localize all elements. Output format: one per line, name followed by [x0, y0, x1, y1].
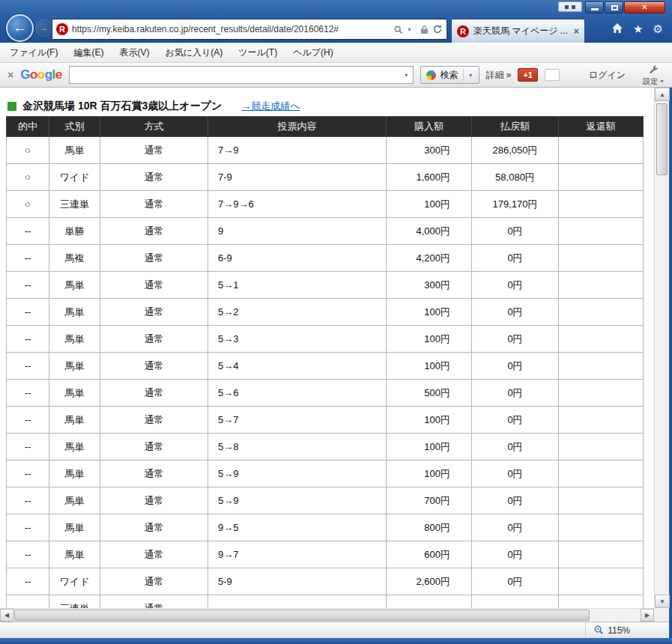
cell-bet-type: 馬単	[49, 299, 100, 326]
cell-payout-amount: 0円	[472, 245, 559, 272]
search-icon[interactable]	[393, 25, 403, 34]
cell-bet-type: 馬単	[49, 380, 100, 407]
google-orb-icon	[426, 70, 436, 80]
scroll-up-button[interactable]: ▲	[655, 88, 670, 101]
table-row: -- 三連単 通常	[7, 595, 644, 609]
cell-refund-amount	[559, 595, 644, 609]
menu-favorites[interactable]: お気に入り(A)	[165, 46, 223, 59]
cell-payout-amount	[472, 595, 559, 609]
cell-hit-mark: ○	[7, 137, 49, 164]
cell-bet-type: 単勝	[49, 218, 100, 245]
plus-one-count-bubble[interactable]	[545, 69, 560, 81]
titlebar-extra-button[interactable]	[558, 1, 582, 12]
zoom-level: 115%	[608, 625, 630, 636]
cell-selection: 7-9	[208, 164, 387, 191]
cell-method: 通常	[100, 487, 208, 514]
cell-selection: 5→7	[208, 407, 387, 434]
cell-purchase-amount: 100円	[387, 407, 472, 434]
cell-purchase-amount: 4,200円	[387, 245, 472, 272]
cell-bet-type: 馬単	[49, 407, 100, 434]
cell-purchase-amount: 500円	[387, 380, 472, 407]
toolbar-login-button[interactable]: ログイン	[589, 69, 626, 82]
settings-caret-icon: ▼	[659, 79, 665, 84]
cell-payout-amount: 0円	[472, 299, 559, 326]
vertical-scrollbar[interactable]: ▲ ▼	[654, 88, 669, 608]
maximize-button[interactable]	[605, 1, 623, 13]
window-frame-bottom	[0, 638, 672, 644]
home-icon[interactable]	[611, 22, 623, 35]
back-button[interactable]: ←	[6, 14, 34, 42]
table-row: ○ 三連単 通常 7→9→6 100円 179,170円	[7, 191, 644, 218]
header-selection: 投票内容	[208, 117, 387, 137]
cell-method: 通常	[100, 514, 208, 541]
menu-tools[interactable]: ツール(T)	[238, 46, 277, 59]
toolbar-search-input[interactable]	[73, 70, 404, 80]
cell-selection: 7→9→6	[208, 191, 387, 218]
scroll-down-button[interactable]: ▼	[655, 595, 670, 608]
menu-file[interactable]: ファイル(F)	[10, 46, 58, 59]
cell-selection: 9→7	[208, 541, 387, 568]
menu-view[interactable]: 表示(V)	[119, 46, 149, 59]
status-bar: 115%	[0, 622, 669, 638]
cell-purchase-amount: 4,000円	[387, 218, 472, 245]
minimize-icon	[591, 8, 599, 10]
menu-help[interactable]: ヘルプ(H)	[293, 46, 333, 59]
button-separator	[463, 69, 464, 81]
plus-one-button[interactable]: +1	[518, 68, 538, 82]
cell-selection: 5→6	[208, 380, 387, 407]
tab-favicon: R	[457, 25, 469, 37]
cell-selection: 9	[208, 218, 387, 245]
toolbar-search-button[interactable]: 検索 ▼	[420, 66, 479, 84]
cell-method: 通常	[100, 164, 208, 191]
race-results-link[interactable]: →競走成績へ	[241, 100, 300, 113]
url-input[interactable]	[72, 24, 390, 34]
toolbar-settings-button[interactable]: 設定 ▼	[643, 65, 665, 85]
scrollbar-corner	[654, 608, 669, 622]
favorites-star-icon[interactable]: ★	[633, 23, 643, 34]
cell-refund-amount	[559, 245, 644, 272]
site-favicon: R	[56, 23, 68, 35]
horizontal-scroll-thumb[interactable]	[14, 610, 590, 621]
cell-method: 通常	[100, 272, 208, 299]
toolbar-close-icon[interactable]: ×	[7, 69, 13, 81]
scroll-left-button[interactable]: ◀	[0, 609, 13, 622]
table-row: -- 馬単 通常 5→7 100円 0円	[7, 407, 644, 434]
cell-refund-amount	[559, 191, 644, 218]
lock-icon[interactable]	[420, 25, 429, 34]
refresh-icon[interactable]	[432, 24, 443, 34]
toolbar-details-button[interactable]: 詳細 »	[486, 69, 512, 82]
cell-selection: 5→9	[208, 461, 387, 487]
cell-refund-amount	[559, 353, 644, 380]
cell-purchase-amount: 800円	[387, 514, 472, 541]
vertical-scroll-thumb[interactable]	[656, 103, 668, 175]
toolbar-search-dropdown-icon[interactable]: ▼	[404, 73, 409, 78]
cell-hit-mark: --	[7, 595, 49, 609]
tab-close-icon[interactable]: ×	[573, 26, 579, 36]
scroll-right-button[interactable]: ▶	[641, 609, 654, 622]
address-bar[interactable]: R ▼	[52, 19, 447, 40]
header-bet-type: 式別	[49, 117, 100, 137]
cell-method: 通常	[100, 218, 208, 245]
cell-refund-amount	[559, 407, 644, 434]
table-row: -- 馬単 通常 5→1 300円 0円	[7, 272, 644, 299]
toolbar-search-field[interactable]: ▼	[69, 66, 414, 84]
zoom-button[interactable]: 115%	[585, 623, 638, 638]
menu-edit[interactable]: 編集(E)	[73, 46, 103, 59]
cell-purchase-amount: 300円	[387, 272, 472, 299]
cell-method: 通常	[100, 137, 208, 164]
cell-method: 通常	[100, 461, 208, 487]
address-dropdown-icon[interactable]: ▼	[407, 27, 412, 32]
forward-button[interactable]: →	[35, 19, 52, 37]
minimize-button[interactable]	[585, 1, 604, 13]
tools-gear-icon[interactable]: ⚙	[653, 23, 663, 34]
close-button[interactable]: ✕	[624, 1, 665, 13]
cell-refund-amount	[559, 461, 644, 487]
browser-tab[interactable]: R 楽天競馬 マイページ ... ×	[451, 19, 585, 43]
cell-bet-type: 馬複	[49, 245, 100, 272]
cell-hit-mark: --	[7, 487, 49, 514]
cell-payout-amount: 0円	[472, 326, 559, 353]
horizontal-scrollbar[interactable]: ◀ ▶	[0, 608, 654, 622]
cell-hit-mark: --	[7, 434, 49, 461]
cell-hit-mark: --	[7, 461, 49, 487]
search-options-caret-icon[interactable]: ▼	[468, 73, 473, 78]
